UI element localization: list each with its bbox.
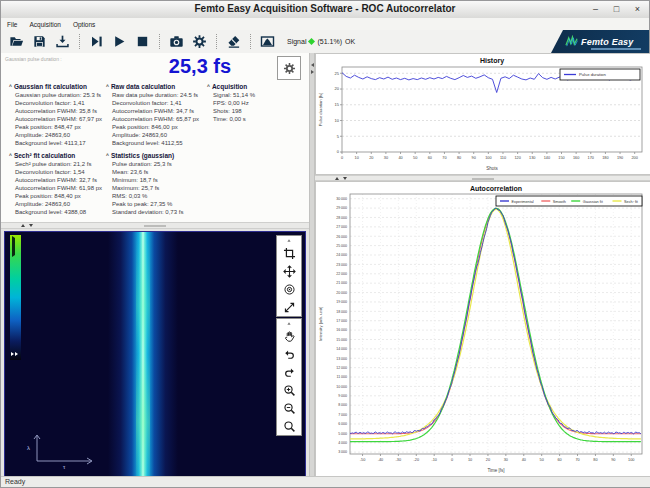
menu-file[interactable]: File [7,21,17,28]
section-title: ^Gaussian fit calculation [9,83,106,90]
svg-text:20: 20 [369,156,373,160]
tool-group-collapse[interactable] [277,319,301,327]
stop-button[interactable] [131,33,154,50]
undo-button[interactable] [277,345,301,363]
pan-hand-button[interactable] [277,327,301,345]
camera-icon [169,34,184,49]
splitter-grip[interactable] [144,225,166,227]
minimize-button[interactable]: – [590,3,601,15]
collapse-caret-icon[interactable]: ^ [9,152,12,158]
svg-text:29 000: 29 000 [336,206,347,210]
close-button[interactable]: × [632,3,643,15]
chart-legend: Pulse duration [560,69,640,80]
settings-button[interactable] [188,33,211,50]
status-bar: Ready [1,476,650,487]
maximize-button[interactable]: □ [611,3,622,15]
signal-label: Signal [287,38,306,45]
camera-image[interactable]: λ τ [4,231,306,477]
signal-status: Signal (51.1%) OK [287,38,355,45]
play-button[interactable] [108,33,131,50]
move-button[interactable] [277,262,301,280]
svg-text:120: 120 [514,156,520,160]
svg-text:170: 170 [588,156,594,160]
stat-line: Autocorrelation FWHM: 32,7 fs [9,176,106,184]
stat-line: Amplitude: 24863,60 [9,200,106,208]
redo-button[interactable] [277,363,301,381]
collapse-caret-icon[interactable]: ^ [106,152,109,158]
collapse-down-icon[interactable] [343,177,347,180]
svg-text:Gaussian fit: Gaussian fit [583,200,604,204]
result-type-label: Gaussian pulse duration : [5,56,62,62]
zoom-in-button[interactable] [277,381,301,399]
crop-button[interactable] [277,244,301,262]
splitter-grip[interactable] [472,178,494,180]
svg-text:11 000: 11 000 [337,375,347,379]
stat-line: Shots: 198 [207,107,303,115]
step-forward-button[interactable] [85,33,108,50]
svg-text:70: 70 [575,458,579,462]
x-axis-label: Time [fs] [487,468,504,473]
chevron-up-icon [287,322,290,324]
chart-title: Autocorrelation [470,185,522,192]
stat-line: Autocorrelation FWHM: 65,87 px [106,115,207,123]
results-settings-button[interactable] [277,56,301,80]
stat-line: Signal: 51,14 % [207,91,303,99]
menu-options[interactable]: Options [73,21,95,28]
crop-icon [283,247,296,260]
spectrum-view-icon [260,34,275,49]
svg-text:80: 80 [593,458,597,462]
stat-line: Amplitude: 24863,60 [106,131,207,139]
collapse-caret-icon[interactable]: ^ [9,83,12,89]
svg-text:140: 140 [544,156,550,160]
svg-text:50: 50 [540,458,544,462]
colorbar-max-marker-icon[interactable] [12,236,15,257]
svg-text:23 000: 23 000 [336,263,347,267]
collapse-caret-icon[interactable]: ^ [106,83,109,89]
svg-text:100: 100 [485,156,491,160]
tool-group-collapse[interactable] [277,236,301,244]
history-chart[interactable]: History051015202501020304050607080901001… [315,53,650,175]
collapse-right-icon[interactable] [311,70,314,74]
menu-acquisition[interactable]: Acquisition [29,21,60,28]
svg-text:180: 180 [602,156,608,160]
window-controls: – □ × [590,3,643,15]
stat-line: Sech² pulse duration: 21,2 fs [9,160,106,168]
clear-button[interactable] [222,33,245,50]
stat-line: Autocorrelation FWHM: 34,7 fs [106,107,207,115]
zoom-out-button[interactable] [277,399,301,417]
undo-icon [283,348,296,361]
camera-button[interactable] [165,33,188,50]
svg-text:90: 90 [611,458,615,462]
open-file-button[interactable] [5,33,28,50]
stat-line: Standard deviation: 0,73 fs [106,208,207,216]
toolbar-buttons [5,33,279,50]
colorbar-min-marker-icon[interactable] [11,352,14,356]
stat-line: Deconvolution factor: 1,54 [9,168,106,176]
svg-text:0: 0 [341,156,343,160]
resize-button[interactable] [277,298,301,316]
horizontal-splitter-left[interactable] [1,222,309,229]
svg-text:30: 30 [384,156,388,160]
export-button[interactable] [51,33,74,50]
history-plot: History051015202501020304050607080901001… [316,54,650,174]
stat-line: Autocorrelation FWHM: 67,97 px [9,115,106,123]
stat-line: Peak position: 846,00 px [106,123,207,131]
spectrum-view-button[interactable] [256,33,279,50]
camera-axes-indicator: λ τ [23,430,108,470]
section-title: ^Acquisition [207,83,303,90]
collapse-up-icon[interactable] [21,224,25,227]
section-statistics-gaussian-: ^Statistics (gaussian) Pulse duration: 2… [106,152,207,216]
center-target-button[interactable] [277,280,301,298]
svg-text:22 000: 22 000 [336,272,347,276]
stop-icon [135,34,150,49]
autocorrelation-chart[interactable]: Autocorrelation3 0004 0005 0006 0007 000… [315,181,650,478]
collapse-caret-icon[interactable]: ^ [207,83,210,89]
settings-icon [192,34,207,49]
zoom-reset-button[interactable] [277,417,301,435]
section-title: ^Sech² fit calculation [9,152,106,159]
collapse-down-icon[interactable] [29,224,33,227]
collapse-left-icon[interactable] [311,63,314,67]
collapse-up-icon[interactable] [335,177,339,180]
save-button[interactable] [28,33,51,50]
svg-text:Smooth: Smooth [553,200,566,204]
